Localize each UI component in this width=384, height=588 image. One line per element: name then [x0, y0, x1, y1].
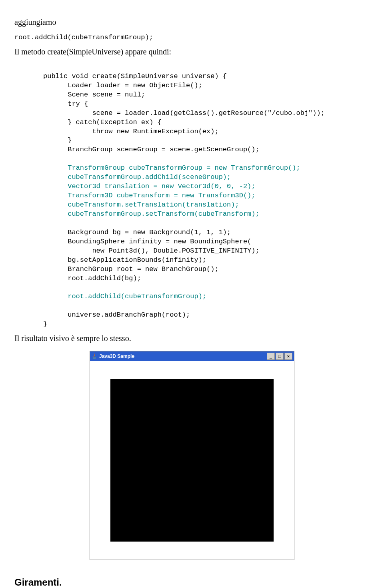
code-part-1: public void create(SimpleUniverse univer… [43, 72, 325, 154]
code-part-5: universe.addBranchGraph(root); } [43, 311, 190, 328]
maximize-button[interactable]: □ [276, 353, 284, 360]
code-part-2: TransformGroup cubeTransformGroup = new … [43, 164, 300, 218]
code-part-3: Background bg = new Background(1, 1, 1);… [43, 229, 260, 282]
window-body [90, 361, 294, 560]
window-title: Java3D Sample [99, 353, 267, 359]
code-snippet-addchild: root.addChild(cubeTransformGroup); [14, 33, 370, 42]
render-canvas [110, 379, 274, 542]
close-button[interactable]: × [284, 353, 292, 360]
java-icon [92, 353, 97, 359]
section-heading-giramenti: Giramenti. [14, 576, 370, 588]
intro-word: aggiungiamo [14, 17, 370, 28]
minimize-button[interactable]: _ [267, 353, 275, 360]
code-block-method: public void create(SimpleUniverse univer… [43, 63, 370, 329]
intro-sentence: Il metodo create(SimpleUniverse) appare … [14, 46, 370, 57]
window-titlebar[interactable]: Java3D Sample _ □ × [90, 351, 294, 361]
result-sentence: Il risultato visivo è sempre lo stesso. [14, 333, 370, 344]
sample-window: Java3D Sample _ □ × [90, 351, 294, 560]
code-part-4: root.addChild(cubeTransformGroup); [43, 293, 206, 300]
